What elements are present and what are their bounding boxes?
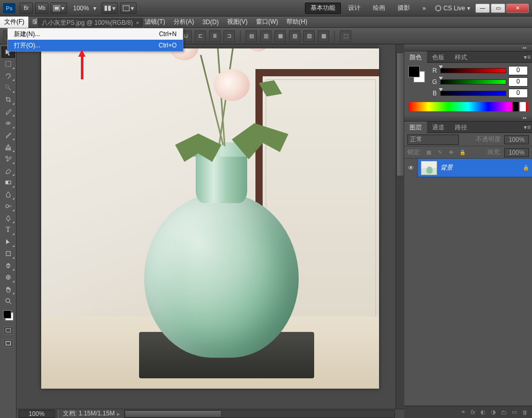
close-button[interactable]: ✕	[506, 4, 529, 13]
blur-tool[interactable]	[2, 189, 15, 200]
dist-bottom-icon[interactable]: ▦	[274, 30, 286, 42]
document-tab-close[interactable]: ×	[136, 20, 139, 26]
hand-tool[interactable]	[2, 283, 15, 295]
adjustment-layer-icon[interactable]: ◑	[491, 409, 496, 415]
tab-styles[interactable]: 样式	[450, 52, 472, 63]
eraser-tool[interactable]	[2, 165, 15, 176]
new-layer-icon[interactable]: ▭	[512, 409, 517, 415]
horizontal-scrollbar[interactable]	[124, 410, 395, 418]
r-input[interactable]: 0	[508, 66, 528, 75]
align-right-icon[interactable]: ⊐	[224, 30, 235, 42]
delete-layer-icon[interactable]: 🗑	[522, 409, 528, 415]
menu-window[interactable]: 窗口(W)	[252, 16, 282, 28]
dist-right-icon[interactable]: ▩	[318, 30, 329, 42]
document-tab[interactable]: 八小灰里PS.jpg @ 100%(RGB/8) ×	[37, 18, 144, 28]
panel-swatch[interactable]	[408, 66, 425, 82]
brush-tool[interactable]	[2, 129, 15, 141]
menu-analysis[interactable]: 分析(A)	[169, 16, 198, 28]
lock-position-icon[interactable]: ✥	[447, 148, 455, 157]
visibility-eye-icon[interactable]: 👁	[404, 159, 418, 177]
auto-align-icon[interactable]: ⬚	[340, 30, 351, 42]
menu-open[interactable]: 打开(O)... Ctrl+O	[8, 40, 183, 51]
menu-help[interactable]: 帮助(H)	[282, 16, 312, 28]
panel-fg-swatch[interactable]	[408, 66, 420, 77]
lock-pixels-icon[interactable]: ✎	[436, 148, 444, 157]
collapse-icon-2[interactable]: ▸▸	[523, 115, 530, 121]
minimize-button[interactable]: —	[475, 4, 490, 13]
shape-tool[interactable]	[2, 248, 15, 259]
history-brush-tool[interactable]	[2, 153, 15, 164]
vertical-scrollbar[interactable]	[396, 44, 404, 409]
tab-swatches[interactable]: 色板	[427, 52, 450, 63]
bridge-button[interactable]: Br	[20, 3, 33, 14]
lock-transparency-icon[interactable]: ▦	[424, 148, 433, 157]
maximize-button[interactable]: ▭	[491, 4, 505, 13]
foreground-color[interactable]	[3, 310, 11, 319]
workspace-photo[interactable]: 摄影	[392, 3, 415, 14]
menu-new[interactable]: 新建(N)... Ctrl+N	[8, 28, 183, 40]
arrange-docs-button[interactable]: ▾	[101, 3, 118, 14]
canvas[interactable]	[41, 48, 379, 389]
color-panel-menu-icon[interactable]: ▾≡	[523, 52, 532, 62]
workspace-basic[interactable]: 基本功能	[305, 3, 341, 14]
foreground-background-swatch[interactable]	[3, 310, 13, 321]
tab-layers[interactable]: 图层	[404, 122, 427, 133]
path-select-tool[interactable]	[2, 236, 15, 247]
opacity-input[interactable]: 100%	[504, 135, 529, 144]
zoom-level[interactable]: 100%	[73, 5, 89, 12]
dist-vcenter-icon[interactable]: ▥	[260, 30, 271, 42]
type-tool[interactable]: T	[2, 224, 15, 236]
horizontal-scrollbar-thumb[interactable]	[125, 410, 222, 417]
fill-input[interactable]: 100%	[504, 148, 529, 157]
healing-tool[interactable]	[2, 118, 15, 129]
3d-camera-tool[interactable]	[2, 272, 15, 283]
gradient-tool[interactable]	[2, 177, 15, 188]
layer-mask-icon[interactable]: ◐	[480, 409, 486, 415]
workspace-more[interactable]: »	[417, 3, 431, 14]
layer-item-background[interactable]: 👁 背景 🔒	[404, 159, 532, 177]
lasso-tool[interactable]	[2, 70, 15, 81]
eyedropper-tool[interactable]	[2, 106, 15, 117]
cslive-button[interactable]: CS Live▾	[435, 5, 470, 12]
canvas-viewport[interactable]	[16, 44, 404, 409]
link-layers-icon[interactable]: ⚭	[461, 409, 466, 415]
quick-select-tool[interactable]	[2, 82, 15, 93]
view-extras-button[interactable]: ▾	[50, 3, 67, 14]
tab-color[interactable]: 颜色	[404, 52, 427, 63]
crop-tool[interactable]	[2, 94, 15, 105]
layer-fx-icon[interactable]: fx	[471, 409, 475, 416]
b-input[interactable]: 0	[508, 89, 528, 98]
3d-tool[interactable]	[2, 260, 15, 271]
layer-name[interactable]: 背景	[440, 163, 523, 172]
doc-info-arrow-icon[interactable]: ▸	[117, 410, 120, 417]
spectrum-bar[interactable]	[408, 102, 528, 111]
g-input[interactable]: 0	[508, 77, 528, 87]
lock-all-icon[interactable]: 🔒	[458, 148, 467, 157]
b-slider[interactable]	[440, 91, 506, 96]
layers-panel-menu-icon[interactable]: ▾≡	[523, 122, 532, 132]
dist-hcenter-icon[interactable]: ▨	[303, 30, 315, 42]
dodge-tool[interactable]	[2, 200, 15, 212]
screenmode-tool-button[interactable]	[3, 339, 13, 347]
menu-3d[interactable]: 3D(D)	[198, 16, 223, 28]
menu-file[interactable]: 文件(F)	[0, 16, 28, 28]
quickmask-button[interactable]	[3, 326, 13, 335]
g-slider[interactable]	[440, 79, 506, 85]
collapse-icon[interactable]: ▸▸	[523, 45, 530, 51]
tab-paths[interactable]: 路径	[450, 122, 472, 133]
pen-tool[interactable]	[2, 212, 15, 224]
workspace-design[interactable]: 设计	[343, 3, 366, 14]
align-left-icon[interactable]: ⊏	[195, 30, 206, 42]
r-slider[interactable]	[440, 68, 506, 73]
align-hcenter-icon[interactable]: ≣	[209, 30, 220, 42]
zoom-tool[interactable]	[2, 295, 15, 307]
layer-group-icon[interactable]: 🗀	[501, 409, 507, 415]
workspace-paint[interactable]: 绘画	[368, 3, 390, 14]
zoom-input[interactable]: 100%	[19, 410, 55, 418]
menu-view[interactable]: 视图(V)	[223, 16, 252, 28]
marquee-tool[interactable]	[2, 58, 15, 70]
tab-channels[interactable]: 通道	[427, 122, 450, 133]
screen-mode-button[interactable]: ▾	[120, 3, 136, 14]
dist-top-icon[interactable]: ▤	[246, 30, 257, 42]
dist-left-icon[interactable]: ▧	[289, 30, 300, 42]
